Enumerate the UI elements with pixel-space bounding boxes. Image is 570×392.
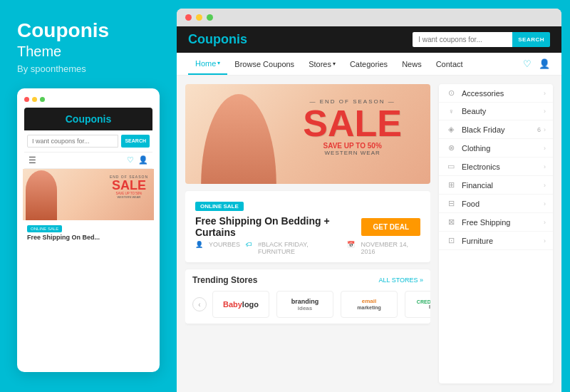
browser-dot-red bbox=[185, 14, 192, 21]
mobile-dot-green bbox=[40, 97, 45, 102]
site-header: Couponis SEARCH bbox=[177, 26, 561, 53]
banner-ww-text: WESTERN WEAR bbox=[303, 150, 402, 156]
category-electronics-label: Electronics bbox=[462, 163, 500, 171]
mobile-preview: Couponis SEARCH ☰ ♡ 👤 END OF SEASON SALE… bbox=[17, 88, 160, 372]
category-free-shipping-label: Free Shipping bbox=[462, 218, 511, 227]
category-arrow: › bbox=[544, 126, 546, 133]
mobile-search-bar: SEARCH bbox=[27, 135, 150, 148]
mobile-logo: Couponis bbox=[30, 113, 147, 125]
header-search-button[interactable]: SEARCH bbox=[512, 32, 550, 47]
mobile-dot-red bbox=[24, 97, 29, 102]
browser-titlebar bbox=[177, 9, 561, 26]
trending-header: Trending Stores ALL STORES » bbox=[192, 275, 423, 285]
banner-person-figure bbox=[200, 84, 278, 184]
accessories-icon: ⊙ bbox=[446, 88, 456, 98]
free-shipping-icon: ⊠ bbox=[446, 217, 456, 227]
category-beauty-label: Beauty bbox=[462, 107, 486, 115]
banner-text-area: — END OF SEASON — SALE SAVE UP TO 50% WE… bbox=[303, 98, 402, 156]
category-arrow: › bbox=[544, 145, 546, 152]
store-email-marketing[interactable]: emailmarketing bbox=[341, 291, 398, 318]
category-arrow: › bbox=[544, 108, 546, 115]
trending-stores-section: Trending Stores ALL STORES » ‹ Babylogo bbox=[185, 269, 430, 324]
black-friday-icon: ◈ bbox=[446, 125, 456, 134]
category-black-friday[interactable]: ◈ Black Friday 6 › bbox=[439, 120, 553, 139]
brand-by: By spoonthemes bbox=[17, 63, 160, 74]
coupon-row: Free Shipping On Bedding + Curtains GET … bbox=[195, 215, 420, 238]
categories-sidebar: ⊙ Accessories › ♀ Beauty › ◈ Black Frida bbox=[439, 84, 553, 383]
mobile-nav-icons: ♡ 👤 bbox=[127, 155, 148, 165]
mobile-ww-text: WESTERN WEAR bbox=[110, 195, 148, 199]
brand-name: Couponis bbox=[17, 20, 160, 42]
category-free-shipping[interactable]: ⊠ Free Shipping › bbox=[439, 213, 553, 232]
coupon-tag-icon: 🏷 bbox=[246, 241, 252, 255]
coupon-badge: ONLINE SALE bbox=[195, 202, 244, 211]
mobile-dot-yellow bbox=[32, 97, 37, 102]
browser-dot-green bbox=[207, 14, 213, 21]
category-accessories[interactable]: ⊙ Accessories › bbox=[439, 84, 553, 103]
content-left: — END OF SEASON — SALE SAVE UP TO 50% WE… bbox=[185, 84, 430, 383]
clothing-icon: ⊗ bbox=[446, 143, 456, 153]
site-nav: Home ▾ Browse Coupons Stores ▾ Categorie… bbox=[177, 53, 561, 76]
all-stores-link[interactable]: ALL STORES » bbox=[378, 277, 423, 284]
category-clothing[interactable]: ⊗ Clothing › bbox=[439, 139, 553, 158]
category-food[interactable]: ⊟ Food › bbox=[439, 195, 553, 213]
mobile-banner-text: END OF SEASON SALE SAVE UP TO 50% WESTER… bbox=[110, 175, 148, 199]
store-creditcardinc[interactable]: CREDITCARDINC bbox=[405, 291, 430, 318]
financial-icon: ⊞ bbox=[446, 180, 456, 190]
mobile-logo-coupon: Coupon bbox=[66, 113, 103, 125]
category-arrow: › bbox=[544, 182, 546, 189]
header-search-input[interactable] bbox=[413, 32, 512, 47]
mobile-online-sale-badge: ONLINE SALE bbox=[27, 225, 62, 232]
get-deal-button[interactable]: GET DEAL bbox=[361, 218, 420, 236]
main-content: — END OF SEASON — SALE SAVE UP TO 50% WE… bbox=[177, 76, 561, 392]
mobile-banner: END OF SEASON SALE SAVE UP TO 50% WESTER… bbox=[23, 169, 154, 220]
brand-title: Couponis Theme bbox=[17, 20, 160, 61]
nav-browse-coupons[interactable]: Browse Coupons bbox=[227, 53, 301, 75]
wishlist-icon[interactable]: ♡ bbox=[127, 155, 134, 165]
category-furniture[interactable]: ⊡ Furniture › bbox=[439, 232, 553, 250]
mobile-coupon-title: Free Shipping On Bed... bbox=[24, 234, 152, 245]
browser-content: Couponis SEARCH Home ▾ Browse Coupons St… bbox=[177, 26, 561, 392]
food-icon: ⊟ bbox=[446, 199, 456, 208]
nav-right-icons: ♡ 👤 bbox=[523, 58, 550, 69]
mobile-header: Couponis bbox=[24, 108, 152, 130]
coupon-card: ONLINE SALE Free Shipping On Bedding + C… bbox=[185, 191, 430, 262]
category-beauty[interactable]: ♀ Beauty › bbox=[439, 103, 553, 120]
mobile-badge: ONLINE SALE bbox=[24, 220, 152, 234]
mobile-sale-text: SALE bbox=[110, 179, 148, 192]
nav-home[interactable]: Home ▾ bbox=[188, 53, 227, 75]
coupon-source: YOURBES bbox=[209, 241, 240, 255]
browser-dot-yellow bbox=[196, 14, 202, 21]
nav-categories[interactable]: Categories bbox=[343, 53, 395, 75]
mobile-search-button[interactable]: SEARCH bbox=[121, 135, 150, 148]
account-icon[interactable]: 👤 bbox=[138, 155, 148, 165]
category-electronics[interactable]: ▭ Electronics › bbox=[439, 158, 553, 176]
nav-news[interactable]: News bbox=[395, 53, 429, 75]
nav-wishlist-icon[interactable]: ♡ bbox=[523, 58, 532, 69]
mobile-nav-bar: ☰ ♡ 👤 bbox=[24, 152, 152, 169]
store-branding-ideas[interactable]: brandingideas bbox=[276, 291, 333, 318]
trending-title: Trending Stores bbox=[192, 275, 257, 285]
carousel-prev-button[interactable]: ‹ bbox=[192, 297, 207, 311]
electronics-icon: ▭ bbox=[446, 162, 456, 171]
browser-window: Couponis SEARCH Home ▾ Browse Coupons St… bbox=[177, 9, 561, 392]
category-accessories-label: Accessories bbox=[462, 89, 504, 98]
category-arrow: › bbox=[544, 219, 546, 226]
furniture-icon: ⊡ bbox=[446, 236, 456, 245]
stores-list: Babylogo brandingideas emailmarketin bbox=[212, 291, 430, 318]
category-furniture-label: Furniture bbox=[462, 237, 493, 245]
hamburger-icon[interactable]: ☰ bbox=[28, 155, 36, 165]
nav-contact[interactable]: Contact bbox=[429, 53, 470, 75]
banner-sale-text: SALE bbox=[303, 105, 402, 142]
nav-account-icon[interactable]: 👤 bbox=[539, 58, 550, 69]
mobile-search-input[interactable] bbox=[27, 135, 118, 148]
category-financial[interactable]: ⊞ Financial › bbox=[439, 176, 553, 195]
category-black-friday-label: Black Friday bbox=[462, 125, 505, 134]
mobile-person-figure bbox=[26, 170, 57, 220]
store-babylogo[interactable]: Babylogo bbox=[212, 291, 269, 318]
category-arrow: › bbox=[544, 90, 546, 97]
stores-carousel: ‹ Babylogo brandingideas bbox=[192, 291, 423, 318]
coupon-meta: 👤 YOURBES 🏷 #BLACK FRIDAY, FURNITURE 📅 N… bbox=[195, 241, 420, 255]
nav-stores[interactable]: Stores ▾ bbox=[301, 53, 343, 75]
coupon-title: Free Shipping On Bedding + Curtains bbox=[195, 215, 361, 238]
